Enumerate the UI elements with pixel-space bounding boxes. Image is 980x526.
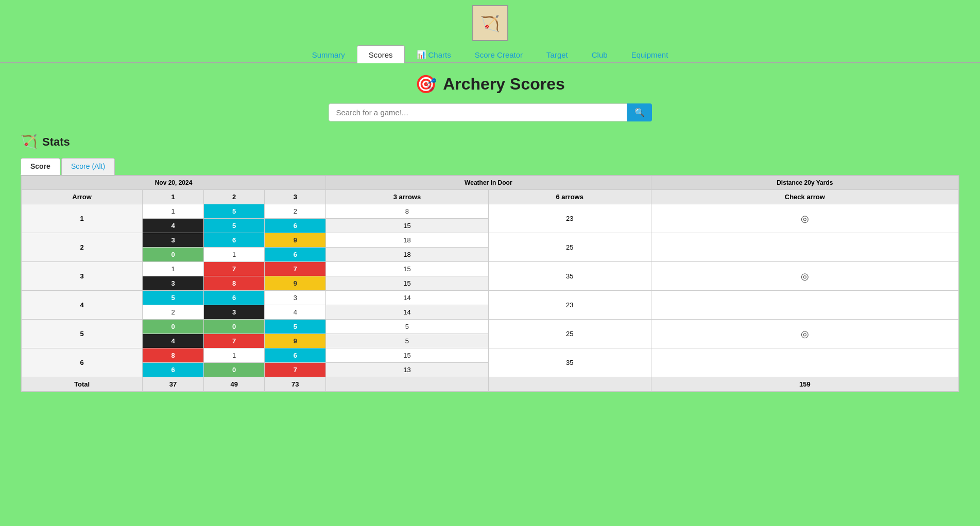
main-content: 🎯 Archery Scores 🔍 🏹 Stats Score Score (… — [0, 63, 980, 402]
score-cell: 0 — [143, 320, 204, 334]
target-icon: 🎯 — [415, 74, 437, 94]
three-arrows-cell: 14 — [326, 291, 489, 305]
table-row: 1152823◎ — [22, 204, 959, 219]
three-arrows-cell: 5 — [326, 320, 489, 334]
score-cell: 4 — [143, 219, 204, 233]
six-arrows-cell: 35 — [488, 348, 651, 377]
table-row: 31771535◎ — [22, 262, 959, 276]
page-title-text: Archery Scores — [443, 75, 565, 94]
col-check: Check arrow — [651, 190, 958, 204]
nav-target[interactable]: Target — [535, 45, 580, 63]
col-2: 2 — [203, 190, 265, 204]
table-row: 45631423 — [22, 291, 959, 305]
three-arrows-cell: 13 — [326, 363, 489, 377]
tab-score[interactable]: Score — [21, 158, 60, 175]
three-arrows-cell: 15 — [326, 219, 489, 233]
arrow-label: 4 — [22, 291, 143, 320]
col-arrow: Arrow — [22, 190, 143, 204]
six-arrows-cell: 23 — [488, 204, 651, 233]
six-arrows-cell: 25 — [488, 320, 651, 348]
search-row: 🔍 — [21, 103, 959, 121]
total-c1: 37 — [143, 377, 204, 392]
score-cell: 0 — [143, 248, 204, 262]
total-c3: 73 — [265, 377, 326, 392]
score-cell: 3 — [143, 276, 204, 291]
score-table: Nov 20, 2024 Weather In Door Distance 20… — [21, 175, 959, 392]
search-button[interactable]: 🔍 — [627, 103, 652, 121]
check-arrow-cell — [651, 291, 958, 320]
nav-bar: Summary Scores 📊 Charts Score Creator Ta… — [0, 45, 980, 63]
score-cell: 4 — [265, 305, 326, 320]
logo: 🏹 — [472, 5, 508, 41]
score-cell: 3 — [265, 291, 326, 305]
score-cell: 7 — [265, 262, 326, 276]
target-diagram-icon: ◎ — [801, 213, 809, 224]
three-arrows-cell: 8 — [326, 204, 489, 219]
score-cell: 1 — [203, 348, 265, 363]
score-cell: 7 — [265, 363, 326, 377]
arrow-label: 2 — [22, 233, 143, 262]
score-cell: 5 — [203, 219, 265, 233]
arrow-label: 5 — [22, 320, 143, 348]
six-arrows-cell: 35 — [488, 262, 651, 291]
three-arrows-cell: 15 — [326, 348, 489, 363]
distance-header: Distance 20y Yards — [651, 176, 958, 190]
total-c2: 49 — [203, 377, 265, 392]
score-cell: 1 — [143, 204, 204, 219]
score-cell: 5 — [143, 291, 204, 305]
weather-header: Weather In Door — [326, 176, 651, 190]
nav-score-creator[interactable]: Score Creator — [463, 45, 535, 63]
score-cell: 2 — [143, 305, 204, 320]
target-diagram-icon: ◎ — [801, 271, 809, 282]
three-arrows-cell: 14 — [326, 305, 489, 320]
nav-scores[interactable]: Scores — [357, 45, 405, 63]
score-cell: 4 — [143, 334, 204, 348]
nav-charts[interactable]: 📊 Charts — [405, 45, 463, 63]
target-diagram-icon: ◎ — [801, 328, 809, 340]
table-row: 23691825 — [22, 233, 959, 248]
nav-summary[interactable]: Summary — [300, 45, 357, 63]
total-blank1 — [326, 377, 489, 392]
check-arrow-cell — [651, 348, 958, 377]
total-label: Total — [22, 377, 143, 392]
table-row: 68161535 — [22, 348, 959, 363]
score-cell: 3 — [143, 233, 204, 248]
arrow-label: 1 — [22, 204, 143, 233]
score-cell: 6 — [265, 219, 326, 233]
nav-equipment[interactable]: Equipment — [620, 45, 680, 63]
crossbow-icon: 🏹 — [21, 134, 37, 150]
three-arrows-cell: 18 — [326, 233, 489, 248]
check-arrow-cell: ◎ — [651, 320, 958, 348]
score-cell: 7 — [203, 262, 265, 276]
six-arrows-cell: 25 — [488, 233, 651, 262]
score-cell: 0 — [203, 320, 265, 334]
three-arrows-cell: 15 — [326, 276, 489, 291]
score-cell: 5 — [203, 204, 265, 219]
tab-score-alt[interactable]: Score (Alt) — [61, 158, 115, 175]
score-cell: 1 — [203, 248, 265, 262]
col-3: 3 — [265, 190, 326, 204]
total-row: Total 37 49 73 159 — [22, 377, 959, 392]
score-cell: 2 — [265, 204, 326, 219]
score-cell: 9 — [265, 276, 326, 291]
check-arrow-cell — [651, 233, 958, 262]
page-title: 🎯 Archery Scores — [21, 74, 959, 94]
total-blank2 — [488, 377, 651, 392]
search-input[interactable] — [329, 103, 627, 121]
three-arrows-cell: 18 — [326, 248, 489, 262]
score-cell: 9 — [265, 334, 326, 348]
six-arrows-cell: 23 — [488, 291, 651, 320]
nav-club[interactable]: Club — [580, 45, 620, 63]
date-header: Nov 20, 2024 — [22, 176, 326, 190]
score-cell: 8 — [143, 348, 204, 363]
table-header-top: Nov 20, 2024 Weather In Door Distance 20… — [22, 176, 959, 190]
top-bar: 🏹 Summary Scores 📊 Charts Score Creator … — [0, 0, 980, 63]
score-cell: 6 — [203, 291, 265, 305]
score-cell: 9 — [265, 233, 326, 248]
col-3arrows: 3 arrows — [326, 190, 489, 204]
score-cell: 6 — [265, 348, 326, 363]
total-grand: 159 — [651, 377, 958, 392]
score-cell: 6 — [203, 233, 265, 248]
three-arrows-cell: 15 — [326, 262, 489, 276]
score-cell: 6 — [143, 363, 204, 377]
